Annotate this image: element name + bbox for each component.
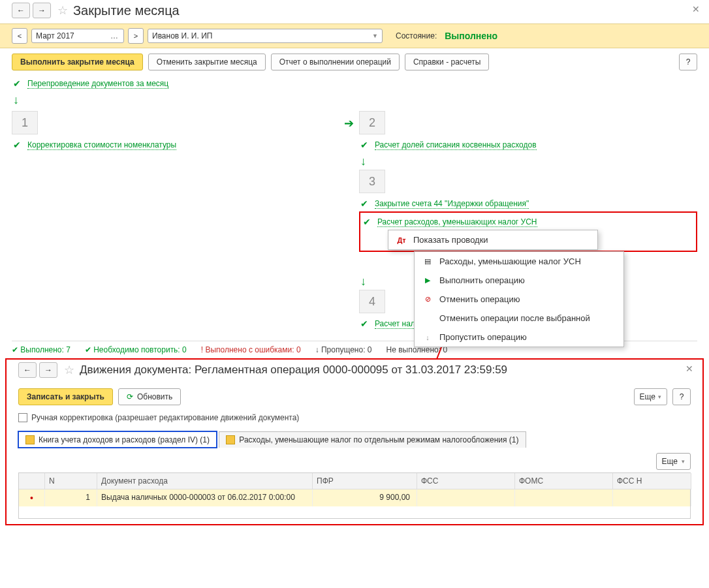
close-icon[interactable]: ✕	[692, 4, 700, 14]
doc-help-button[interactable]: ?	[672, 388, 691, 405]
col-foms[interactable]: ФОМС	[515, 473, 613, 489]
stage-4-badge: 4	[359, 290, 385, 313]
skip-icon: ↓	[422, 333, 433, 341]
favorite-star-icon[interactable]: ☆	[57, 3, 68, 18]
context-show-entries[interactable]: Дт Показать проводки	[388, 230, 597, 249]
save-close-button[interactable]: Записать и закрыть	[18, 388, 113, 405]
status-label: Состояние:	[396, 31, 437, 40]
execute-icon: ▶	[422, 276, 433, 285]
col-fssn[interactable]: ФСС Н	[613, 473, 691, 489]
check-icon: ✔	[12, 140, 22, 150]
check-icon: ✔	[359, 140, 370, 150]
cell-doc: Выдача наличных 0000-000003 от 06.02.201…	[97, 489, 313, 506]
col-fss[interactable]: ФСС	[417, 473, 515, 489]
doc-nav-back-button[interactable]: ←	[18, 362, 37, 378]
context-execute-op[interactable]: ▶ Выполнить операцию	[415, 271, 623, 290]
page-title: Закрытие месяца	[73, 3, 180, 18]
period-select-icon[interactable]: …	[108, 31, 121, 40]
register-icon	[25, 435, 35, 444]
stage-2-badge: 2	[359, 111, 385, 134]
stage2-op-link[interactable]: Расчет долей списания косвенных расходов	[375, 140, 537, 150]
operations-report-button[interactable]: Отчет о выполнении операций	[271, 54, 400, 70]
table-more-button[interactable]: Еще▾	[656, 453, 691, 470]
doc-favorite-star-icon[interactable]: ☆	[64, 363, 74, 377]
context-menu-rest: ▤ Расходы, уменьшающие налог УСН ▶ Выпол…	[414, 251, 624, 347]
cancel-icon: ⊘	[422, 295, 433, 303]
stage-1-badge: 1	[12, 111, 38, 134]
document-icon: ▤	[422, 257, 433, 266]
doc-nav-forward-button[interactable]: →	[39, 362, 57, 378]
table-row[interactable]: • 1 Выдача наличных 0000-000003 от 06.02…	[19, 489, 690, 506]
calc-references-button[interactable]: Справки - расчеты	[405, 54, 489, 70]
stage1-op-link[interactable]: Корректировка стоимости номенклатуры	[27, 140, 176, 150]
stage3-op2-link[interactable]: Расчет расходов, уменьшающих налог УСН	[377, 217, 537, 227]
help-button[interactable]: ?	[679, 54, 697, 70]
cell-pfr: 9 900,00	[313, 489, 417, 506]
doc-page-title: Движения документа: Регламентная операци…	[80, 364, 507, 377]
organization-field[interactable]: Иванов И. И. ИП ▼	[148, 29, 383, 43]
cancel-closing-button[interactable]: Отменить закрытие месяца	[148, 54, 266, 70]
check-icon: ✔	[362, 217, 372, 227]
context-cancel-op[interactable]: ⊘ Отменить операцию	[415, 290, 623, 309]
organization-dropdown-icon[interactable]: ▼	[371, 33, 379, 39]
manual-edit-checkbox[interactable]	[18, 413, 27, 422]
register-icon	[226, 435, 235, 444]
check-icon: ✔	[359, 318, 370, 329]
period-value: Март 2017	[36, 31, 74, 40]
period-prev-button[interactable]: <	[12, 28, 27, 44]
execute-closing-button[interactable]: Выполнить закрытие месяца	[12, 54, 143, 70]
stage3-op1-link[interactable]: Закрытие счета 44 "Издержки обращения"	[375, 199, 529, 209]
organization-value: Иванов И. И. ИП	[152, 31, 212, 40]
refresh-button[interactable]: ⟳ Обновить	[118, 388, 181, 405]
row-marker-icon: •	[19, 489, 45, 506]
check-icon: ✔	[12, 78, 22, 89]
context-cancel-after[interactable]: Отменить операции после выбранной	[415, 309, 623, 328]
status-value: Выполнено	[445, 31, 497, 41]
repost-documents-link[interactable]: Перепроведение документов за месяц	[27, 79, 168, 89]
cell-fss	[417, 489, 515, 506]
context-menu: Дт Показать проводки	[388, 230, 598, 250]
cell-foms	[515, 489, 613, 506]
refresh-icon: ⟳	[127, 392, 133, 401]
arrow-down-icon: ↓	[360, 155, 696, 167]
stage-3-badge: 3	[359, 170, 385, 193]
col-doc[interactable]: Документ расхода	[97, 473, 313, 489]
period-next-button[interactable]: >	[128, 28, 144, 44]
nav-forward-button[interactable]: →	[33, 3, 51, 18]
more-button[interactable]: Еще▾	[634, 388, 667, 405]
parameters-bar: < Март 2017 … > Иванов И. И. ИП ▼ Состоя…	[0, 23, 709, 48]
tab-kudir-section4[interactable]: Книга учета доходов и расходов (раздел I…	[18, 431, 217, 448]
manual-edit-label: Ручная корректировка (разрешает редактир…	[31, 413, 299, 422]
nav-back-button[interactable]: ←	[12, 3, 30, 18]
cell-n: 1	[45, 489, 97, 506]
check-icon: ✔	[359, 198, 370, 209]
context-skip-op[interactable]: ↓ Пропустить операцию	[415, 328, 623, 347]
period-field[interactable]: Март 2017 …	[31, 29, 124, 43]
tab-expenses-regimes[interactable]: Расходы, уменьшающие налог по отдельным …	[219, 431, 526, 448]
movements-table: N Документ расхода ПФР ФСС ФОМС ФСС Н • …	[18, 472, 691, 519]
col-pfr[interactable]: ПФР	[313, 473, 417, 489]
doc-close-icon[interactable]: ✕	[685, 364, 693, 374]
arrow-down-icon: ↓	[13, 94, 696, 106]
cell-fssn	[613, 489, 691, 506]
arrow-right-icon: ➔	[344, 117, 354, 129]
dtkt-icon: Дт	[396, 236, 407, 244]
context-expenses[interactable]: ▤ Расходы, уменьшающие налог УСН	[415, 252, 623, 271]
col-n[interactable]: N	[45, 473, 97, 489]
